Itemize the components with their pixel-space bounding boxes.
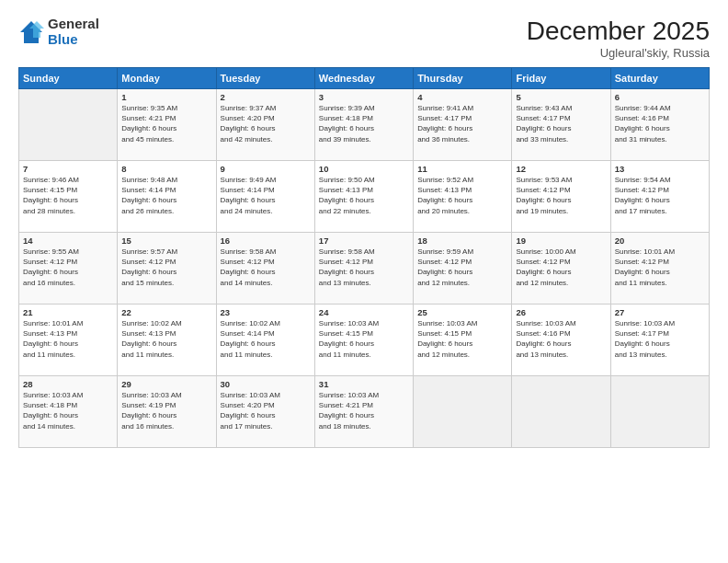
calendar-cell: 9Sunrise: 9:49 AM Sunset: 4:14 PM Daylig… [216,161,314,233]
day-number: 4 [417,92,507,102]
subtitle: Ugleural'skiy, Russia [527,46,710,60]
calendar-header: SundayMondayTuesdayWednesdayThursdayFrid… [19,68,710,89]
calendar-cell: 21Sunrise: 10:01 AM Sunset: 4:13 PM Dayl… [19,304,118,376]
calendar-cell: 30Sunrise: 10:03 AM Sunset: 4:20 PM Dayl… [216,376,314,448]
calendar-row: 14Sunrise: 9:55 AM Sunset: 4:12 PM Dayli… [19,233,710,304]
day-number: 19 [516,236,606,246]
day-number: 26 [516,307,606,317]
calendar-table: SundayMondayTuesdayWednesdayThursdayFrid… [18,67,710,448]
day-number: 6 [615,92,705,102]
calendar-cell: 11Sunrise: 9:52 AM Sunset: 4:13 PM Dayli… [414,161,512,233]
calendar-cell: 6Sunrise: 9:44 AM Sunset: 4:16 PM Daylig… [610,89,709,161]
day-number: 2 [221,92,311,102]
day-number: 30 [221,379,311,389]
day-number: 13 [615,164,705,174]
calendar-cell: 7Sunrise: 9:46 AM Sunset: 4:15 PM Daylig… [19,161,118,233]
column-header-monday: Monday [118,68,216,89]
day-info: Sunrise: 10:01 AM Sunset: 4:13 PM Daylig… [23,318,113,360]
calendar-cell [19,89,118,161]
day-number: 16 [221,236,311,246]
day-info: Sunrise: 9:43 AM Sunset: 4:17 PM Dayligh… [516,103,606,144]
day-info: Sunrise: 10:01 AM Sunset: 4:12 PM Daylig… [615,247,705,288]
day-number: 21 [23,307,113,317]
calendar-cell [512,376,610,448]
column-header-wednesday: Wednesday [314,68,413,89]
calendar-cell: 2Sunrise: 9:37 AM Sunset: 4:20 PM Daylig… [216,89,314,161]
calendar-cell: 23Sunrise: 10:02 AM Sunset: 4:14 PM Dayl… [216,304,314,376]
column-header-sunday: Sunday [19,68,118,89]
calendar-row: 7Sunrise: 9:46 AM Sunset: 4:15 PM Daylig… [19,161,710,233]
calendar-cell: 29Sunrise: 10:03 AM Sunset: 4:19 PM Dayl… [118,376,216,448]
calendar-cell [414,376,512,448]
day-info: Sunrise: 9:37 AM Sunset: 4:20 PM Dayligh… [221,103,311,144]
calendar-row: 21Sunrise: 10:01 AM Sunset: 4:13 PM Dayl… [19,304,710,376]
day-number: 27 [615,307,705,317]
calendar-row: 1Sunrise: 9:35 AM Sunset: 4:21 PM Daylig… [19,89,710,161]
day-info: Sunrise: 10:03 AM Sunset: 4:16 PM Daylig… [516,318,606,360]
day-info: Sunrise: 10:02 AM Sunset: 4:14 PM Daylig… [221,318,311,360]
calendar-cell: 27Sunrise: 10:03 AM Sunset: 4:17 PM Dayl… [610,304,709,376]
column-header-friday: Friday [512,68,610,89]
calendar-cell: 12Sunrise: 9:53 AM Sunset: 4:12 PM Dayli… [512,161,610,233]
day-info: Sunrise: 10:03 AM Sunset: 4:18 PM Daylig… [23,390,113,431]
day-number: 20 [615,236,705,246]
calendar-cell: 31Sunrise: 10:03 AM Sunset: 4:21 PM Dayl… [314,376,413,448]
column-header-thursday: Thursday [414,68,512,89]
day-info: Sunrise: 9:49 AM Sunset: 4:14 PM Dayligh… [221,175,311,216]
day-number: 5 [516,92,606,102]
day-info: Sunrise: 9:48 AM Sunset: 4:14 PM Dayligh… [121,175,211,216]
logo-icon [18,19,44,45]
calendar-cell: 22Sunrise: 10:02 AM Sunset: 4:13 PM Dayl… [118,304,216,376]
logo-general-text: General [48,17,99,32]
calendar-cell: 17Sunrise: 9:58 AM Sunset: 4:12 PM Dayli… [314,233,413,304]
calendar-page: General Blue December 2025 Ugleural'skiy… [0,0,728,563]
day-number: 28 [23,379,113,389]
day-info: Sunrise: 9:59 AM Sunset: 4:12 PM Dayligh… [417,247,507,288]
header-row: SundayMondayTuesdayWednesdayThursdayFrid… [19,68,710,89]
day-info: Sunrise: 10:02 AM Sunset: 4:13 PM Daylig… [121,318,211,360]
day-info: Sunrise: 9:46 AM Sunset: 4:15 PM Dayligh… [23,175,113,216]
logo: General Blue [18,17,99,47]
day-number: 7 [23,164,113,174]
column-header-saturday: Saturday [610,68,709,89]
calendar-cell: 3Sunrise: 9:39 AM Sunset: 4:18 PM Daylig… [314,89,413,161]
day-info: Sunrise: 9:44 AM Sunset: 4:16 PM Dayligh… [615,103,705,144]
calendar-cell: 4Sunrise: 9:41 AM Sunset: 4:17 PM Daylig… [414,89,512,161]
day-number: 1 [121,92,211,102]
day-info: Sunrise: 10:03 AM Sunset: 4:15 PM Daylig… [319,318,409,360]
day-info: Sunrise: 10:03 AM Sunset: 4:19 PM Daylig… [121,390,211,431]
header: General Blue December 2025 Ugleural'skiy… [18,17,710,60]
calendar-cell: 20Sunrise: 10:01 AM Sunset: 4:12 PM Dayl… [610,233,709,304]
calendar-cell: 28Sunrise: 10:03 AM Sunset: 4:18 PM Dayl… [19,376,118,448]
calendar-cell: 14Sunrise: 9:55 AM Sunset: 4:12 PM Dayli… [19,233,118,304]
day-info: Sunrise: 9:50 AM Sunset: 4:13 PM Dayligh… [319,175,409,216]
calendar-cell: 8Sunrise: 9:48 AM Sunset: 4:14 PM Daylig… [118,161,216,233]
day-info: Sunrise: 9:57 AM Sunset: 4:12 PM Dayligh… [121,247,211,288]
day-info: Sunrise: 9:54 AM Sunset: 4:12 PM Dayligh… [615,175,705,216]
day-info: Sunrise: 9:58 AM Sunset: 4:12 PM Dayligh… [319,247,409,288]
day-number: 15 [121,236,211,246]
day-number: 23 [221,307,311,317]
calendar-cell [610,376,709,448]
day-info: Sunrise: 10:03 AM Sunset: 4:20 PM Daylig… [221,390,311,431]
day-number: 25 [417,307,507,317]
title-block: December 2025 Ugleural'skiy, Russia [527,17,710,60]
day-number: 10 [319,164,409,174]
day-number: 3 [319,92,409,102]
day-number: 24 [319,307,409,317]
logo-text: General Blue [48,17,99,47]
day-number: 22 [121,307,211,317]
day-number: 14 [23,236,113,246]
day-info: Sunrise: 10:03 AM Sunset: 4:21 PM Daylig… [319,390,409,431]
day-info: Sunrise: 9:58 AM Sunset: 4:12 PM Dayligh… [221,247,311,288]
day-info: Sunrise: 9:53 AM Sunset: 4:12 PM Dayligh… [516,175,606,216]
calendar-body: 1Sunrise: 9:35 AM Sunset: 4:21 PM Daylig… [19,89,710,448]
calendar-cell: 15Sunrise: 9:57 AM Sunset: 4:12 PM Dayli… [118,233,216,304]
calendar-cell: 26Sunrise: 10:03 AM Sunset: 4:16 PM Dayl… [512,304,610,376]
calendar-cell: 16Sunrise: 9:58 AM Sunset: 4:12 PM Dayli… [216,233,314,304]
day-number: 9 [221,164,311,174]
day-info: Sunrise: 9:55 AM Sunset: 4:12 PM Dayligh… [23,247,113,288]
main-title: December 2025 [527,17,710,46]
calendar-cell: 19Sunrise: 10:00 AM Sunset: 4:12 PM Dayl… [512,233,610,304]
day-number: 17 [319,236,409,246]
